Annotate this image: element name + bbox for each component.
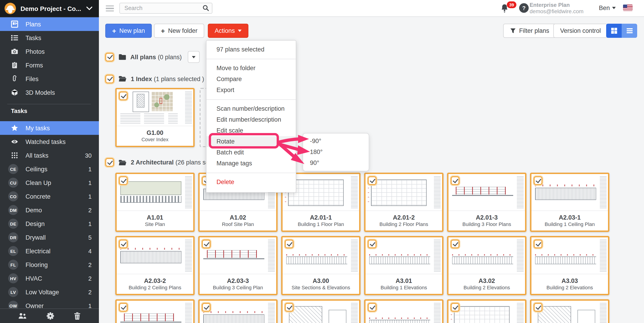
index-folder-checkbox[interactable]	[105, 74, 114, 83]
plan-card[interactable]	[530, 299, 609, 323]
plan-card[interactable]	[447, 299, 526, 323]
sidebar-item-category-drywall[interactable]: DRDrywall5	[0, 231, 99, 244]
plan-checkbox[interactable]	[202, 240, 210, 248]
menu-item-rotate[interactable]: Rotate	[206, 136, 296, 147]
task-count: 1	[88, 302, 92, 309]
sidebar-item-category-concrete[interactable]: COConcrete1	[0, 190, 99, 203]
plan-card[interactable]: A2.01-2Building 2 Floor Plans	[364, 173, 444, 232]
task-count: 1	[88, 166, 92, 172]
menu-item-manage-tags[interactable]: Manage tags	[206, 158, 296, 169]
actions-button[interactable]: Actions	[208, 24, 248, 38]
all-plans-checkbox[interactable]	[105, 53, 114, 61]
plan-card[interactable]: A2.03-2Building 2 Ceiling Plans	[115, 236, 194, 295]
project-switcher[interactable]: Demo Project - Co...	[0, 0, 99, 17]
folder-dropdown-button[interactable]	[188, 51, 200, 63]
sidebar-item-category-demo[interactable]: DMDemo2	[0, 203, 99, 217]
plan-checkbox[interactable]	[285, 240, 294, 248]
index-folder-row: 1 Index (1 plans selected )	[105, 73, 220, 85]
submenu-item-minus-90[interactable]: -90°	[303, 136, 369, 147]
menu-item-delete[interactable]: Delete	[206, 177, 296, 188]
plan-checkbox[interactable]	[451, 176, 460, 185]
plan-checkbox[interactable]	[534, 303, 542, 312]
sidebar-item-label: Watched tasks	[26, 138, 66, 145]
filter-plans-button[interactable]: Filter plans	[503, 24, 556, 38]
sidebar-item-category-electrical[interactable]: ELElectrical4	[0, 244, 99, 258]
plan-checkbox[interactable]	[119, 240, 128, 248]
plan-number: A2.01-3	[476, 214, 498, 221]
plan-card[interactable]	[281, 299, 360, 323]
settings-button[interactable]	[46, 312, 54, 320]
plan-description: Roof Site Plan	[222, 221, 254, 227]
sidebar-item-category-ceilings[interactable]: CECeilings1	[0, 162, 99, 176]
version-control-button[interactable]: Version control	[553, 24, 608, 38]
plan-checkbox[interactable]	[202, 303, 210, 312]
menu-item-edit-number-description[interactable]: Edit number/description	[206, 114, 296, 125]
sidebar-item-forms[interactable]: Forms	[0, 58, 99, 72]
plan-card[interactable]: A3.02Building 2 Elevations	[447, 236, 526, 295]
notifications-button[interactable]: 39	[500, 1, 516, 15]
menu-item-scan-number-description[interactable]: Scan number/description	[206, 103, 296, 114]
people-button[interactable]	[18, 313, 27, 319]
menu-item-export[interactable]: Export	[206, 85, 296, 96]
sidebar-item-category-design[interactable]: DEDesign1	[0, 217, 99, 231]
plan-checkbox[interactable]	[119, 92, 128, 100]
category-label: Demo	[26, 207, 42, 213]
plan-checkbox[interactable]	[451, 240, 460, 248]
sidebar-item-category-clean-up[interactable]: CUClean Up1	[0, 176, 99, 190]
new-plan-button[interactable]: + New plan	[105, 24, 152, 38]
sidebar-item-category-low-voltage[interactable]: LVLow Voltage2	[0, 285, 99, 299]
user-name: Ben	[599, 4, 610, 11]
submenu-item-90[interactable]: 90°	[303, 158, 369, 169]
sidebar-item-category-owner[interactable]: OWOwner1	[0, 299, 99, 309]
grid-view-button[interactable]	[606, 24, 622, 38]
sidebar-item-plans[interactable]: Plans	[0, 17, 99, 31]
sidebar-item-all-tasks[interactable]: All tasks 30	[0, 149, 99, 162]
sidebar-item-category-hvac[interactable]: HVHVAC2	[0, 272, 99, 285]
plan-card[interactable]: A3.03Building 2 Elevations	[530, 236, 609, 295]
language-flag-us[interactable]	[623, 4, 632, 11]
sidebar-item-watched-tasks[interactable]: Watched tasks	[0, 135, 99, 149]
plan-checkbox[interactable]	[119, 176, 128, 185]
plan-card[interactable]: A2.03-3Building 3 Ceiling Plan	[198, 236, 278, 295]
hamburger-menu-icon[interactable]	[106, 5, 114, 11]
plan-card[interactable]	[364, 299, 444, 323]
menu-item-compare[interactable]: Compare	[206, 74, 296, 85]
plan-card[interactable]	[115, 299, 194, 323]
plan-card-g100[interactable]: G1.00 Cover Index	[115, 88, 194, 147]
sidebar-item-my-tasks[interactable]: My tasks	[0, 121, 99, 135]
project-name: Demo Project - Co...	[20, 5, 81, 12]
plan-card[interactable]: A3.00Site Sections & Elevations	[281, 236, 360, 295]
plan-card[interactable]	[198, 299, 278, 323]
plan-checkbox[interactable]	[368, 303, 376, 312]
category-label: Electrical	[26, 248, 50, 255]
sidebar-item-photos[interactable]: Photos	[0, 45, 99, 58]
plan-checkbox[interactable]	[451, 303, 460, 312]
plan-checkbox[interactable]	[368, 176, 376, 185]
plan-card[interactable]: A2.01-3Building 3 Floor Plans	[447, 173, 526, 232]
plan-card[interactable]: A2.03-1Building 1 Ceiling Plan	[530, 173, 609, 232]
help-button[interactable]: ?	[519, 3, 529, 13]
menu-item-edit-scale[interactable]: Edit scale	[206, 125, 296, 136]
sidebar-item-category-flooring[interactable]: FLFlooring2	[0, 258, 99, 272]
grid-dots-icon	[11, 152, 18, 159]
plan-card[interactable]: A1.01Site Plan	[115, 173, 194, 232]
trash-button[interactable]	[74, 312, 81, 320]
menu-item-batch-edit[interactable]: Batch edit	[206, 147, 296, 158]
plan-checkbox[interactable]	[119, 303, 128, 312]
architectural-folder-checkbox[interactable]	[105, 158, 114, 167]
category-badge: DM	[8, 205, 18, 215]
plan-checkbox[interactable]	[285, 303, 294, 312]
plan-checkbox[interactable]	[534, 240, 542, 248]
list-view-button[interactable]	[622, 24, 637, 38]
sidebar-item-3d-models[interactable]: 3D Models	[0, 86, 99, 99]
sidebar-item-files[interactable]: Files	[0, 72, 99, 86]
plan-card[interactable]: A3.01Building 1 Elevations	[364, 236, 444, 295]
plan-checkbox[interactable]	[534, 176, 542, 185]
submenu-item-180[interactable]: 180°	[303, 147, 369, 158]
new-folder-button[interactable]: + New folder	[154, 24, 204, 38]
plan-checkbox[interactable]	[368, 240, 376, 248]
sidebar-item-tasks[interactable]: Tasks	[0, 31, 99, 45]
search-input[interactable]	[120, 3, 212, 14]
menu-item-move-to-folder[interactable]: Move to folder	[206, 63, 296, 74]
user-menu[interactable]: Ben	[599, 4, 616, 11]
